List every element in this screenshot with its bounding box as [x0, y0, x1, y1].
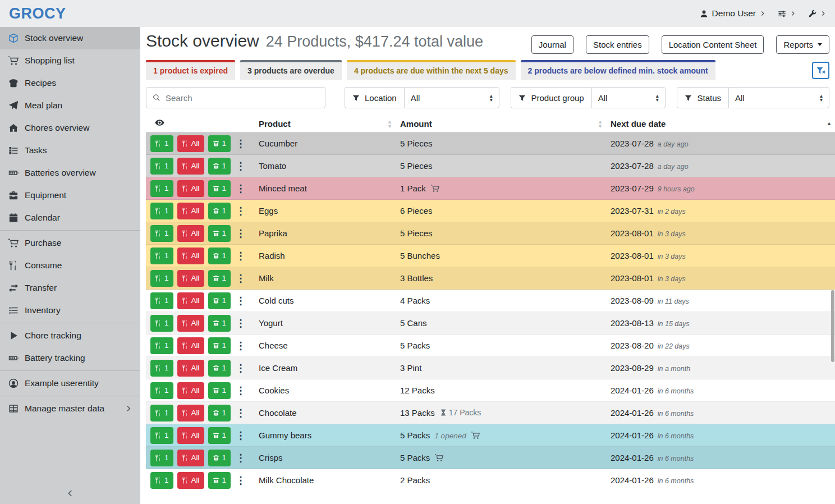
row-menu-button[interactable]: ⋮	[235, 450, 247, 466]
row-menu-button[interactable]: ⋮	[235, 360, 247, 377]
sidebar-item-recipes[interactable]: Recipes	[0, 72, 140, 94]
consume-all-button[interactable]: All	[177, 450, 204, 466]
row-menu-button[interactable]: ⋮	[235, 203, 247, 219]
sidebar-item-chores-overview[interactable]: Chores overview	[0, 117, 140, 139]
settings-menu[interactable]	[778, 10, 796, 18]
open-one-button[interactable]: 1	[208, 315, 231, 332]
status-banner-2-products-are-below-defined-min-stock-amount[interactable]: 2 products are below defined min. stock …	[521, 60, 715, 80]
open-one-button[interactable]: 1	[208, 180, 231, 197]
row-menu-button[interactable]: ⋮	[235, 292, 247, 309]
clear-filters-button[interactable]	[812, 62, 829, 79]
location-content-sheet-button[interactable]: Location Content Sheet	[662, 35, 764, 54]
status-banner-3-products-are-overdue[interactable]: 3 products are overdue	[240, 60, 342, 80]
app-logo[interactable]: GROCY	[9, 5, 66, 22]
consume-all-button[interactable]: All	[177, 292, 204, 309]
sidebar-item-inventory[interactable]: Inventory	[0, 299, 140, 322]
consume-one-button[interactable]: 1	[150, 427, 173, 444]
column-header-next-due-date[interactable]: Next due date ▴	[606, 115, 835, 132]
consume-all-button[interactable]: All	[177, 382, 204, 399]
open-one-button[interactable]: 1	[208, 248, 231, 264]
reports-button[interactable]: Reports	[776, 35, 829, 54]
consume-one-button[interactable]: 1	[150, 450, 173, 466]
row-menu-button[interactable]: ⋮	[235, 405, 247, 421]
row-menu-button[interactable]: ⋮	[235, 472, 247, 489]
consume-all-button[interactable]: All	[177, 337, 204, 354]
sidebar-item-chore-tracking[interactable]: Chore tracking	[0, 324, 140, 347]
sidebar-item-transfer[interactable]: Transfer	[0, 277, 140, 299]
consume-all-button[interactable]: All	[177, 427, 204, 444]
status-banner-1-product-is-expired[interactable]: 1 product is expired	[146, 60, 235, 80]
open-one-button[interactable]: 1	[208, 382, 231, 399]
column-header-amount[interactable]: Amount ▴▾	[396, 115, 606, 132]
sidebar-item-shopping-list[interactable]: Shopping list	[0, 49, 140, 72]
consume-one-button[interactable]: 1	[150, 360, 173, 377]
open-one-button[interactable]: 1	[208, 450, 231, 466]
consume-all-button[interactable]: All	[177, 158, 204, 175]
sidebar-item-stock-overview[interactable]: Stock overview	[0, 27, 140, 49]
consume-one-button[interactable]: 1	[150, 382, 173, 399]
sidebar-item-example-userentity[interactable]: Example userentity	[0, 372, 140, 395]
row-menu-button[interactable]: ⋮	[235, 248, 247, 264]
row-menu-button[interactable]: ⋮	[235, 270, 247, 287]
open-one-button[interactable]: 1	[208, 360, 231, 377]
user-menu[interactable]: Demo User	[700, 8, 765, 19]
consume-one-button[interactable]: 1	[150, 292, 173, 309]
row-menu-button[interactable]: ⋮	[235, 158, 247, 175]
consume-all-button[interactable]: All	[177, 360, 204, 377]
consume-all-button[interactable]: All	[177, 135, 204, 152]
consume-one-button[interactable]: 1	[150, 472, 173, 489]
row-menu-button[interactable]: ⋮	[235, 337, 247, 354]
sidebar-collapse-button[interactable]	[0, 486, 140, 501]
consume-all-button[interactable]: All	[177, 405, 204, 421]
consume-one-button[interactable]: 1	[150, 158, 173, 175]
open-one-button[interactable]: 1	[208, 225, 231, 242]
filter-select-status[interactable]: All▴▾	[728, 87, 829, 108]
consume-all-button[interactable]: All	[177, 225, 204, 242]
consume-one-button[interactable]: 1	[150, 180, 173, 197]
sidebar-item-manage-master-data[interactable]: Manage master data	[0, 397, 140, 420]
consume-one-button[interactable]: 1	[150, 405, 173, 421]
open-one-button[interactable]: 1	[208, 472, 231, 489]
row-menu-button[interactable]: ⋮	[235, 315, 247, 332]
search-input[interactable]	[166, 93, 319, 103]
open-one-button[interactable]: 1	[208, 427, 231, 444]
sidebar-item-consume[interactable]: Consume	[0, 254, 140, 277]
consume-one-button[interactable]: 1	[150, 270, 173, 287]
filter-select-product-group[interactable]: All▴▾	[591, 87, 666, 108]
column-header-product[interactable]: Product ▴▾	[254, 115, 396, 132]
sidebar-item-batteries-overview[interactable]: Batteries overview	[0, 162, 140, 184]
open-one-button[interactable]: 1	[208, 405, 231, 421]
sidebar-item-meal-plan[interactable]: Meal plan	[0, 94, 140, 117]
consume-one-button[interactable]: 1	[150, 225, 173, 242]
open-one-button[interactable]: 1	[208, 337, 231, 354]
open-one-button[interactable]: 1	[208, 135, 231, 152]
filter-select-location[interactable]: All▴▾	[404, 87, 499, 108]
row-menu-button[interactable]: ⋮	[235, 382, 247, 399]
consume-one-button[interactable]: 1	[150, 248, 173, 264]
row-menu-button[interactable]: ⋮	[235, 427, 247, 444]
column-visibility-header[interactable]	[146, 115, 254, 132]
sidebar-item-purchase[interactable]: Purchase	[0, 232, 140, 254]
consume-all-button[interactable]: All	[177, 315, 204, 332]
sidebar-item-battery-tracking[interactable]: Battery tracking	[0, 347, 140, 369]
open-one-button[interactable]: 1	[208, 158, 231, 175]
status-banner-4-products-are-due-within-the-next-5-days[interactable]: 4 products are due within the next 5 day…	[347, 60, 516, 80]
sidebar-item-calendar[interactable]: Calendar	[0, 207, 140, 229]
consume-one-button[interactable]: 1	[150, 203, 173, 219]
consume-one-button[interactable]: 1	[150, 337, 173, 354]
admin-menu[interactable]	[808, 10, 826, 18]
journal-button[interactable]: Journal	[531, 35, 574, 54]
open-one-button[interactable]: 1	[208, 203, 231, 219]
consume-all-button[interactable]: All	[177, 472, 204, 489]
row-menu-button[interactable]: ⋮	[235, 180, 247, 197]
stock-entries-button[interactable]: Stock entries	[586, 35, 649, 54]
sidebar-item-tasks[interactable]: Tasks	[0, 139, 140, 162]
row-menu-button[interactable]: ⋮	[235, 135, 247, 152]
consume-all-button[interactable]: All	[177, 270, 204, 287]
scrollbar-thumb[interactable]	[831, 290, 834, 362]
consume-all-button[interactable]: All	[177, 180, 204, 197]
open-one-button[interactable]: 1	[208, 292, 231, 309]
row-menu-button[interactable]: ⋮	[235, 225, 247, 242]
consume-one-button[interactable]: 1	[150, 315, 173, 332]
open-one-button[interactable]: 1	[208, 270, 231, 287]
